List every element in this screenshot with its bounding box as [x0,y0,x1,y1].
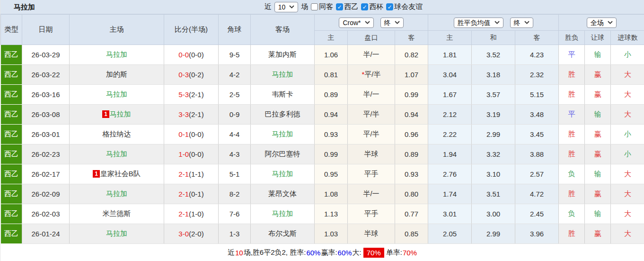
mean-odds-header: 胜平负均值 终 [428,15,559,31]
away-team-name: 马拉加 [272,70,293,78]
mean-time-value: 终 [514,18,520,27]
league-badge: 西乙 [1,204,22,224]
handicap-value: 平手 [364,170,379,178]
league-badge: 西乙 [1,144,22,164]
home-team-cell: 米兰德斯 [70,204,164,224]
home-team-name: 马拉加 [106,229,127,237]
result-goals-cell: 大 [611,65,644,85]
chevron-down-icon [494,21,500,24]
odds-company-value: Crow* [343,18,361,27]
home-team-cell: 1皇家社会B队 [70,164,164,184]
summary-count: 10 [235,249,243,257]
result-goals-cell: 小 [611,144,644,164]
away-team-name: 韦斯卡 [272,90,293,98]
away-team-name: 莱加内斯 [268,50,297,58]
col-header-home: 主场 [70,15,164,45]
corners-cell: 1-3 [219,224,251,244]
odds-home-cell: 0.81 [315,65,348,85]
fulltime-score: 3-0 [178,230,189,238]
col-header-score: 比分(半场) [164,15,219,45]
away-team-cell: 马拉加 [251,125,315,144]
home-team-name: 马拉加 [106,189,127,198]
mean-home-cell: 2.05 [428,224,472,244]
handicap-value: 半/一 [363,90,379,98]
filter-friendly: ✓ 球会友谊 [386,2,423,11]
handicap-cell: 半球 [348,224,395,244]
league-badge: 西乙 [1,45,22,65]
scope-value: 全场 [591,18,604,27]
odd-rate: 70% [403,249,417,257]
mean-odds-select[interactable]: 胜平负均值 [454,18,503,28]
fulltime-score: 5-3 [178,90,189,99]
halftime-score: (0-0) [189,51,204,59]
fulltime-score: 1-0 [178,150,189,158]
same-away-checkbox[interactable] [311,3,318,10]
handicap-cell: 平手 [348,204,395,224]
handicap-value: 半/一 [363,189,379,198]
odds-company-select[interactable]: Crow* [339,18,373,28]
cup-checkbox[interactable]: ✓ [361,3,368,10]
away-team-cell: 韦斯卡 [251,85,315,105]
mean-draw-cell: 3.57 [472,85,515,105]
result-goals-cell: 小 [611,45,644,65]
league-badge: 西乙 [1,224,22,244]
mean-draw-cell: 2.99 [472,125,515,144]
mean-odds-value: 胜平负均值 [458,18,491,27]
chevron-down-icon [395,21,400,24]
odds-time-select[interactable]: 终 [380,18,404,28]
scope-select[interactable]: 全场 [587,18,617,28]
subcol-mean-away: 客 [515,31,559,45]
odds-away-cell: 0.93 [395,164,428,184]
table-row: 西乙 26-02-17 1皇家社会B队 2-1(1-1) 5-1 马拉加 0.9… [1,164,644,184]
subcol-mean-home: 主 [428,31,472,45]
home-team-cell: 格拉纳达 [70,125,164,144]
away-team-name: 马拉加 [272,170,293,178]
result-wdl-cell: 胜 [559,125,585,144]
table-row: 西乙 26-02-09 马拉加 2-1(0-1) 8-2 莱昂文体 1.08 半… [1,184,644,204]
result-wdl-cell: 胜 [559,224,585,244]
home-team-name: 马拉加 [106,50,127,58]
away-team-name: 阿尔巴塞特 [265,150,300,158]
mean-away-cell: 2.45 [515,204,559,224]
mean-draw-cell: 3.32 [472,144,515,164]
league-checkbox[interactable]: ✓ [336,3,343,10]
recent-count-value: 10 [278,3,286,11]
handicap-cell: 半/一 [348,85,395,105]
friendly-checkbox[interactable]: ✓ [386,3,393,10]
result-goals-cell: 大 [611,85,644,105]
mean-time-select[interactable]: 终 [510,18,533,28]
handicap-rate-label: 赢率: [321,248,337,257]
score-cell: 1-0(0-0) [164,144,219,164]
odds-home-cell: 1.08 [315,184,348,204]
odds-home-cell: 0.89 [315,85,348,105]
chevron-down-icon [524,21,529,24]
match-date: 26-03-22 [22,65,70,85]
score-cell: 2-1(1-1) [164,164,219,184]
mean-draw-cell: 3.19 [472,105,515,125]
handicap-cell: 半球 [348,144,395,164]
handicap-cell: 平手 [348,164,395,184]
score-cell: 2-1(1-0) [164,204,219,224]
score-cell: 3-0(2-0) [164,224,219,244]
handicap-value: 半球 [364,150,379,158]
corners-cell: 4-2 [219,65,251,85]
subcol-result-wdl: 胜负 [559,31,585,45]
result-handicap-cell: 输 [585,164,611,184]
handicap-cell: 平/半 [348,105,395,125]
away-team-name: 马拉加 [272,130,293,138]
league-badge: 西乙 [1,125,22,144]
result-goals-cell: 大 [611,164,644,184]
home-team-name: 格拉纳达 [103,130,131,138]
odds-home-cell: 0.93 [315,125,348,144]
corners-cell: 4-3 [219,144,251,164]
away-team-name: 马拉加 [272,209,293,217]
home-team-cell: 马拉加 [70,144,164,164]
handicap-value: 半球 [364,229,379,237]
away-team-cell: 阿尔巴塞特 [251,144,315,164]
mean-draw-cell: 3.00 [472,204,515,224]
recent-count-select[interactable]: 10 [274,2,299,12]
page-title: 马拉加 [14,0,35,14]
mean-home-cell: 2.12 [428,105,472,125]
fulltime-score: 2-1 [178,210,189,218]
league-badge: 西乙 [1,164,22,184]
